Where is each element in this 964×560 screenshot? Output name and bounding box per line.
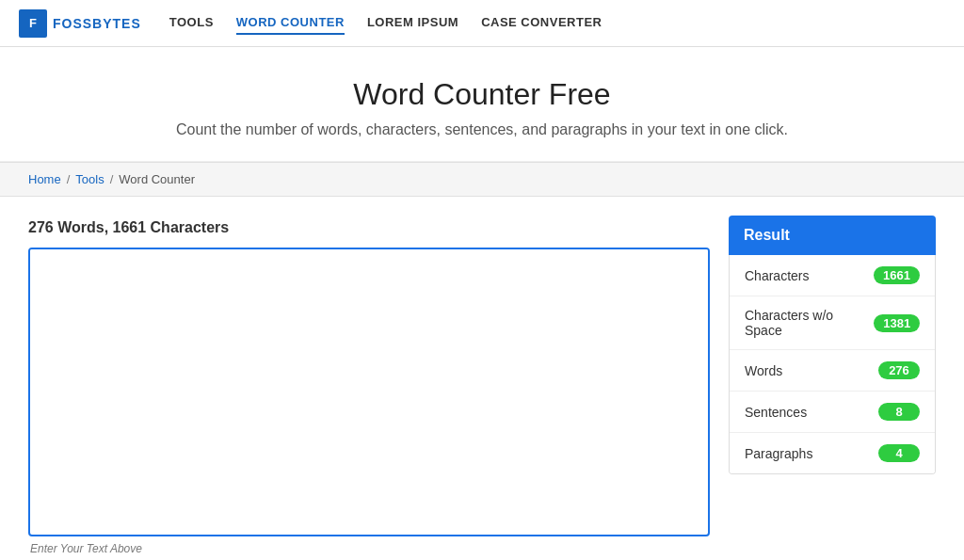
result-label-characters: Characters — [745, 268, 809, 283]
result-label-chars-no-space: Characters w/o Space — [745, 308, 874, 338]
nav-tools[interactable]: TOOLS — [169, 11, 214, 35]
logo[interactable]: F FOSSBYTES — [19, 9, 141, 38]
breadcrumb: Home / Tools / Word Counter — [28, 172, 936, 186]
result-items: Characters 1661 Characters w/o Space 138… — [729, 255, 936, 474]
textarea-hint: Enter Your Text Above — [28, 536, 710, 555]
navbar: F FOSSBYTES TOOLS WORD COUNTER LOREM IPS… — [0, 0, 964, 47]
result-badge-characters: 1661 — [874, 266, 920, 284]
main-textarea[interactable] — [30, 249, 708, 532]
nav-links: TOOLS WORD COUNTER LOREM IPSUM CASE CONV… — [169, 11, 602, 35]
result-item-chars-no-space: Characters w/o Space 1381 — [730, 296, 935, 350]
breadcrumb-sep2: / — [110, 172, 114, 186]
result-badge-words: 276 — [878, 361, 920, 379]
breadcrumb-current: Word Counter — [119, 172, 195, 186]
hero-title: Word Counter Free — [19, 77, 945, 112]
main-content: 276 Words, 1661 Characters Enter Your Te… — [0, 197, 964, 560]
result-header: Result — [729, 216, 936, 255]
text-area-wrapper — [28, 248, 710, 536]
result-label-paragraphs: Paragraphs — [745, 446, 812, 461]
word-count-label: 276 Words, 1661 Characters — [28, 216, 710, 240]
result-badge-chars-no-space: 1381 — [874, 314, 920, 332]
hero-subtitle: Count the number of words, characters, s… — [19, 121, 945, 138]
result-badge-sentences: 8 — [878, 403, 920, 421]
result-item-words: Words 276 — [730, 350, 935, 392]
breadcrumb-home[interactable]: Home — [28, 172, 61, 186]
nav-case-converter[interactable]: CASE CONVERTER — [481, 11, 602, 35]
breadcrumb-tools[interactable]: Tools — [75, 172, 104, 186]
breadcrumb-bar: Home / Tools / Word Counter — [0, 162, 964, 197]
result-badge-paragraphs: 4 — [878, 444, 920, 462]
logo-text: FOSSBYTES — [53, 16, 141, 31]
result-label-words: Words — [745, 363, 782, 378]
breadcrumb-sep1: / — [67, 172, 71, 186]
result-item-characters: Characters 1661 — [730, 255, 935, 296]
result-panel: Result Characters 1661 Characters w/o Sp… — [729, 216, 936, 555]
result-item-paragraphs: Paragraphs 4 — [730, 433, 935, 473]
hero-section: Word Counter Free Count the number of wo… — [0, 47, 964, 162]
result-item-sentences: Sentences 8 — [730, 392, 935, 433]
nav-word-counter[interactable]: WORD COUNTER — [236, 11, 345, 35]
result-label-sentences: Sentences — [745, 405, 807, 420]
text-panel: 276 Words, 1661 Characters Enter Your Te… — [28, 216, 710, 555]
logo-icon: F — [19, 9, 47, 38]
nav-lorem-ipsum[interactable]: LOREM IPSUM — [367, 11, 458, 35]
